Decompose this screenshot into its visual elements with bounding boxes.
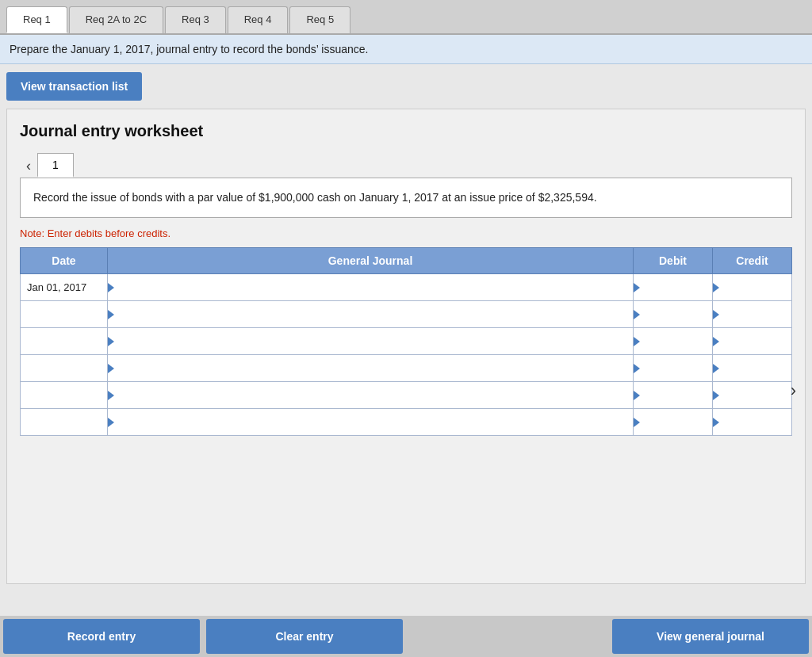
credit-cell-1[interactable] [713, 274, 792, 301]
gj-cell-2[interactable] [108, 301, 634, 328]
cell-indicator [108, 418, 114, 427]
cell-indicator [713, 310, 719, 319]
cell-indicator [713, 283, 719, 292]
credit-input-4[interactable] [722, 362, 785, 374]
debit-input-2[interactable] [643, 308, 706, 320]
gj-input-3[interactable] [119, 335, 626, 347]
cell-indicator [713, 391, 719, 400]
table-row [21, 328, 792, 355]
credit-input-6[interactable] [722, 416, 785, 428]
debit-input-1[interactable] [643, 281, 706, 293]
cell-indicator [108, 310, 114, 319]
tab-req4[interactable]: Req 4 [228, 6, 289, 33]
table-row [21, 382, 792, 409]
cell-indicator [634, 310, 640, 319]
col-debit: Debit [634, 248, 713, 274]
col-date: Date [21, 248, 108, 274]
description-box: Record the issue of bonds with a par val… [20, 178, 792, 218]
date-cell-4 [21, 355, 108, 382]
date-cell-1: Jan 01, 2017 [21, 274, 108, 301]
date-cell-3 [21, 328, 108, 355]
prev-arrow[interactable]: ‹ [20, 155, 37, 178]
credit-input-3[interactable] [722, 335, 785, 347]
debit-cell-4[interactable] [634, 355, 713, 382]
inner-tabs: ‹ 1 [20, 153, 792, 178]
credit-input-5[interactable] [722, 389, 785, 401]
cell-indicator [634, 337, 640, 346]
next-arrow[interactable]: › [791, 380, 796, 401]
table-row [21, 355, 792, 382]
gj-input-2[interactable] [119, 308, 626, 320]
gj-input-5[interactable] [119, 389, 626, 401]
spacer [409, 619, 606, 654]
debit-input-3[interactable] [643, 335, 706, 347]
description-text: Record the issue of bonds with a par val… [33, 191, 597, 204]
credit-cell-5[interactable] [713, 382, 792, 409]
instruction-text: Prepare the January 1, 2017, journal ent… [10, 43, 368, 55]
gj-cell-4[interactable] [108, 355, 634, 382]
cell-indicator [108, 391, 114, 400]
debit-cell-1[interactable] [634, 274, 713, 301]
record-entry-button[interactable]: Record entry [3, 619, 200, 654]
col-credit: Credit [713, 248, 792, 274]
credit-cell-2[interactable] [713, 301, 792, 328]
instruction-bar: Prepare the January 1, 2017, journal ent… [0, 35, 812, 64]
date-cell-6 [21, 409, 108, 436]
col-gj: General Journal [108, 248, 634, 274]
table-row [21, 409, 792, 436]
tabs-bar: Req 1 Req 2A to 2C Req 3 Req 4 Req 5 [0, 0, 812, 35]
debit-cell-5[interactable] [634, 382, 713, 409]
tab-req2a2c[interactable]: Req 2A to 2C [69, 6, 163, 33]
bottom-buttons: Record entry Clear entry View general jo… [0, 616, 812, 657]
debit-input-5[interactable] [643, 389, 706, 401]
credit-cell-3[interactable] [713, 328, 792, 355]
cell-indicator [108, 283, 114, 292]
gj-cell-3[interactable] [108, 328, 634, 355]
credit-input-2[interactable] [722, 308, 785, 320]
gj-cell-5[interactable] [108, 382, 634, 409]
cell-indicator [634, 391, 640, 400]
cell-indicator [634, 364, 640, 373]
debit-cell-3[interactable] [634, 328, 713, 355]
tab-req3[interactable]: Req 3 [165, 6, 226, 33]
inner-tab-1[interactable]: 1 [37, 153, 74, 178]
clear-entry-button[interactable]: Clear entry [206, 619, 403, 654]
debit-input-4[interactable] [643, 362, 706, 374]
cell-indicator [634, 283, 640, 292]
worksheet-title: Journal entry worksheet [20, 122, 792, 140]
table-row: Jan 01, 2017 [21, 274, 792, 301]
main-content: Journal entry worksheet ‹ 1 Record the i… [6, 109, 806, 584]
journal-table: Date General Journal Debit Credit Jan 01… [20, 247, 792, 436]
view-general-journal-button[interactable]: View general journal [612, 619, 809, 654]
table-row [21, 301, 792, 328]
cell-indicator [713, 418, 719, 427]
credit-cell-4[interactable] [713, 355, 792, 382]
cell-indicator [108, 364, 114, 373]
debit-cell-6[interactable] [634, 409, 713, 436]
credit-input-1[interactable] [722, 281, 785, 293]
date-cell-5 [21, 382, 108, 409]
tab-req5[interactable]: Req 5 [289, 6, 350, 33]
gj-input-1[interactable] [119, 281, 626, 293]
credit-cell-6[interactable] [713, 409, 792, 436]
gj-cell-6[interactable] [108, 409, 634, 436]
gj-cell-1[interactable] [108, 274, 634, 301]
cell-indicator [634, 418, 640, 427]
gj-input-4[interactable] [119, 362, 626, 374]
view-transaction-button[interactable]: View transaction list [6, 72, 142, 101]
cell-indicator [713, 337, 719, 346]
debit-cell-2[interactable] [634, 301, 713, 328]
note-text: Note: Enter debits before credits. [20, 227, 792, 239]
date-cell-2 [21, 301, 108, 328]
gj-input-6[interactable] [119, 416, 626, 428]
tab-req1[interactable]: Req 1 [6, 6, 67, 33]
cell-indicator [713, 364, 719, 373]
cell-indicator [108, 337, 114, 346]
debit-input-6[interactable] [643, 416, 706, 428]
